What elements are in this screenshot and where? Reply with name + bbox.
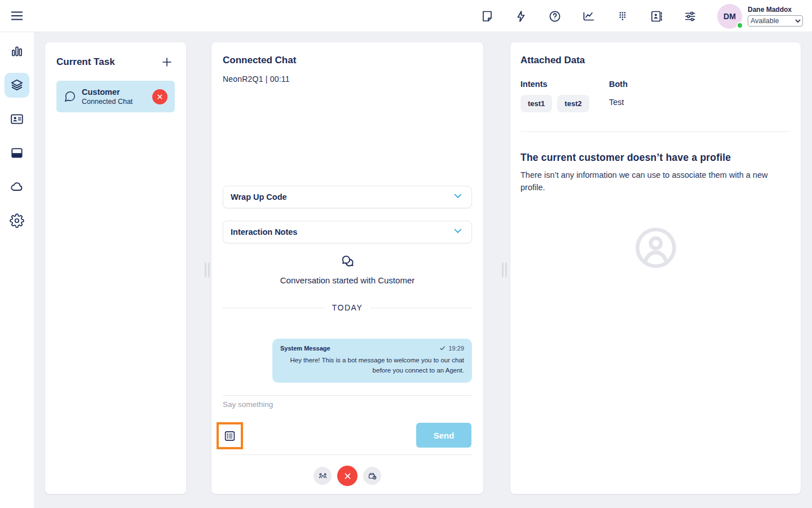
customer-card-icon[interactable] (5, 107, 29, 132)
cloud-icon[interactable] (5, 174, 29, 199)
no-profile-text: There isn’t any information we can use t… (520, 169, 790, 194)
day-divider: TODAY (223, 303, 472, 312)
metrics-icon[interactable] (5, 39, 29, 64)
chevron-down-icon (452, 190, 464, 204)
chat-action-row (211, 465, 483, 487)
intents-chips: test1 test2 (520, 95, 589, 112)
task-name: Customer (82, 87, 133, 97)
chevron-down-icon (452, 225, 464, 239)
note-icon[interactable] (480, 10, 494, 23)
day-divider-label: TODAY (332, 303, 363, 312)
end-chat-icon[interactable] (337, 466, 358, 486)
connected-chat-panel: Connected Chat NeonR2Q1 | 00:11 Wrap Up … (211, 42, 483, 494)
current-task-panel: Current Task Customer Connected Chat (45, 42, 186, 494)
elevate-icon[interactable] (363, 467, 381, 485)
avatar[interactable]: DM (717, 4, 742, 29)
add-task-icon[interactable] (160, 55, 175, 69)
both-label: Both (609, 80, 628, 89)
transfer-icon[interactable] (314, 467, 332, 485)
gear-icon[interactable] (5, 208, 29, 233)
wrap-up-code-accordion[interactable]: Wrap Up Code (223, 186, 472, 208)
layers-icon (10, 78, 24, 93)
sidebar-item-interactions[interactable] (5, 73, 29, 98)
chat-message-input[interactable] (223, 400, 414, 409)
no-profile-title: The current customer doesn’t have a prof… (520, 152, 731, 164)
status-select[interactable]: Available (748, 15, 803, 27)
close-task-icon[interactable] (152, 89, 167, 104)
wrap-up-code-label: Wrap Up Code (231, 192, 287, 202)
system-message-bubble: System Message 19:29 Hey there! This is … (272, 339, 472, 383)
panel-resize-handle[interactable] (502, 262, 507, 277)
conversation-bubbles-icon (211, 254, 483, 271)
interaction-notes-accordion[interactable]: Interaction Notes (223, 221, 472, 243)
reports-icon[interactable] (582, 10, 595, 23)
intent-chip: test1 (520, 95, 552, 112)
conversation-started-text: Conversation started with Customer (211, 275, 483, 285)
menu-icon[interactable] (10, 8, 24, 23)
profile-placeholder-icon (510, 224, 801, 271)
dialpad-icon[interactable] (616, 10, 629, 23)
interaction-notes-label: Interaction Notes (231, 227, 297, 237)
directory-icon[interactable] (650, 10, 663, 23)
divider (520, 132, 791, 132)
user-name: Dane Maddox (748, 6, 803, 14)
user-block: DM Dane Maddox Available (717, 4, 803, 29)
both-value: Test (609, 98, 624, 107)
panel-resize-handle[interactable] (205, 262, 210, 277)
list-icon (223, 430, 236, 443)
divider (223, 395, 472, 396)
help-icon[interactable] (548, 10, 562, 23)
intent-chip: test2 (557, 95, 589, 112)
task-item-customer[interactable]: Customer Connected Chat (56, 81, 175, 112)
status-dot (736, 22, 743, 29)
current-task-title: Current Task (56, 56, 115, 68)
message-time: 19:29 (439, 345, 464, 352)
message-text: Hey there! This is a bot message to welc… (280, 356, 464, 376)
top-bar: DM Dane Maddox Available (0, 0, 812, 32)
canned-responses-button[interactable] (217, 422, 243, 449)
settings-sliders-icon[interactable] (683, 10, 697, 23)
intents-label: Intents (520, 80, 548, 89)
attached-data-title: Attached Data (520, 55, 585, 66)
send-button[interactable]: Send (416, 423, 471, 448)
chat-subtitle: NeonR2Q1 | 00:11 (223, 75, 290, 84)
chat-bubble-icon (64, 90, 76, 103)
avatar-initials: DM (723, 12, 736, 21)
apps-window-icon[interactable] (5, 141, 29, 165)
delivered-check-icon (439, 345, 446, 352)
quick-launch-icon[interactable] (514, 10, 528, 23)
chat-title: Connected Chat (223, 55, 296, 66)
divider (223, 454, 472, 455)
left-rail (0, 32, 34, 508)
attached-data-panel: Attached Data Intents Both test1 test2 T… (510, 42, 801, 494)
task-subtitle: Connected Chat (82, 98, 133, 106)
message-sender: System Message (280, 345, 330, 352)
